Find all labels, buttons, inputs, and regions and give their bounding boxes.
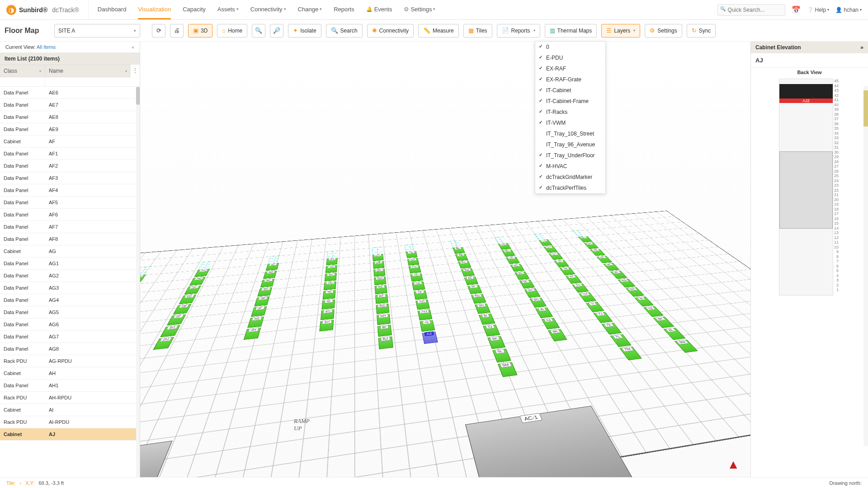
rack[interactable] xyxy=(326,258,337,265)
rack[interactable] xyxy=(407,258,420,266)
layer-item[interactable]: E-PDU xyxy=(535,52,605,63)
nav-tab-assets[interactable]: Assets xyxy=(217,0,239,19)
list-item[interactable]: Data PanelAE7 xyxy=(0,99,140,111)
rack[interactable] xyxy=(324,281,336,290)
help-button[interactable]: ❔ Help ▾ xyxy=(807,7,830,13)
zoom-in-button[interactable]: 🔍 xyxy=(252,24,265,38)
sync-button[interactable]: ↻Sync xyxy=(687,24,716,38)
elevation-slot[interactable] xyxy=(779,89,833,94)
home-button[interactable]: ⌂Home xyxy=(217,24,247,38)
rack[interactable] xyxy=(266,263,279,270)
rack[interactable] xyxy=(373,254,384,261)
nav-tab-visualization[interactable]: Visualization xyxy=(138,0,171,19)
list-item[interactable]: Data PanelAF7 xyxy=(0,221,140,233)
quick-search-input[interactable] xyxy=(717,4,785,16)
rack[interactable] xyxy=(321,299,335,310)
rack[interactable] xyxy=(409,265,421,273)
elevation-device[interactable] xyxy=(779,151,833,229)
list-item[interactable]: Data PanelAF6 xyxy=(0,209,140,221)
rack[interactable] xyxy=(263,270,277,278)
layer-item[interactable]: EX-RAF-Grate xyxy=(535,74,605,85)
rack[interactable] xyxy=(415,300,429,310)
rack[interactable] xyxy=(377,314,391,325)
measure-button[interactable]: 📏Measure xyxy=(418,24,459,38)
elevation-slot[interactable] xyxy=(779,84,833,89)
nav-tab-dashboard[interactable]: Dashboard xyxy=(98,0,127,19)
rack[interactable] xyxy=(373,261,384,268)
search-button[interactable]: 🔍Search xyxy=(326,24,363,38)
rack[interactable] xyxy=(257,287,272,296)
rack[interactable] xyxy=(406,251,418,258)
layer-item[interactable]: 0 xyxy=(535,42,605,52)
layer-item[interactable]: IT_Tray_UnderFloor xyxy=(535,150,605,161)
quick-search[interactable] xyxy=(717,4,785,16)
user-menu[interactable]: 👤 hchan ▾ xyxy=(835,7,862,13)
connectivity-button[interactable]: ✺Connectivity xyxy=(367,24,414,38)
refresh-button[interactable]: ⟳ xyxy=(152,24,165,38)
nav-tab-settings[interactable]: Settings xyxy=(404,0,435,19)
list-item[interactable]: Data PanelAF8 xyxy=(0,233,140,245)
list-item[interactable]: Data PanelAG7 xyxy=(0,331,140,343)
list-item[interactable]: Data PanelAF5 xyxy=(0,197,140,209)
layer-item[interactable]: dcTrackPerfTiles xyxy=(535,183,605,193)
layer-item[interactable]: IT_Tray_108_Street xyxy=(535,128,605,139)
rack[interactable] xyxy=(378,336,393,349)
list-item[interactable]: Data PanelAH1 xyxy=(0,380,140,392)
list-item[interactable]: Data PanelAF2 xyxy=(0,160,140,172)
list-item[interactable]: CabinetAF xyxy=(0,136,140,148)
rack[interactable] xyxy=(323,290,336,299)
list-item[interactable]: Rack PDUAH-RPDU xyxy=(0,392,140,404)
elevation-slot[interactable] xyxy=(779,94,833,99)
list-item[interactable]: Data PanelAG2 xyxy=(0,270,140,282)
layer-item[interactable]: IT-Cabinet-Frame xyxy=(535,96,605,107)
list-item[interactable]: CabinetAI xyxy=(0,404,140,416)
list-item[interactable]: Data PanelAE8 xyxy=(0,111,140,123)
list-item[interactable]: Data PanelAG8 xyxy=(0,343,140,355)
rack[interactable] xyxy=(325,273,337,282)
reports-button[interactable]: 📄Reports xyxy=(497,24,540,38)
layers-button[interactable]: ☰Layers xyxy=(601,24,640,38)
rack[interactable] xyxy=(260,278,275,287)
layer-item[interactable]: M-HVAC xyxy=(535,161,605,172)
nav-tab-reports[interactable]: Reports xyxy=(334,0,354,19)
calendar-icon[interactable]: 📅 xyxy=(792,5,801,14)
rack[interactable] xyxy=(377,324,392,337)
settings-button[interactable]: ⚙Settings xyxy=(645,24,682,38)
layer-item[interactable]: dcTrackGridMarker xyxy=(535,172,605,183)
list-item[interactable]: Rack PDUAI-RPDU xyxy=(0,416,140,428)
list-item[interactable]: CabinetAG xyxy=(0,245,140,258)
zoom-out-button[interactable]: 🔎 xyxy=(270,24,283,38)
rack[interactable] xyxy=(321,309,335,320)
list-item[interactable]: Data PanelAE9 xyxy=(0,123,140,136)
list-item[interactable]: Data PanelAF3 xyxy=(0,172,140,184)
layer-item[interactable]: IT-Racks xyxy=(535,107,605,117)
layer-item[interactable]: EX-RAF xyxy=(535,63,605,74)
list-item[interactable]: Data PanelAG5 xyxy=(0,306,140,319)
list-item[interactable]: CabinetAH xyxy=(0,367,140,380)
scrollbar[interactable] xyxy=(863,86,868,446)
rack[interactable] xyxy=(418,310,433,320)
column-menu-icon[interactable]: ⋮ xyxy=(131,65,140,77)
list-item[interactable]: Data PanelAF1 xyxy=(0,148,140,160)
list-item[interactable]: Data PanelAG1 xyxy=(0,258,140,270)
rack[interactable] xyxy=(376,304,390,314)
list-item[interactable]: Data PanelAG3 xyxy=(0,282,140,294)
rack[interactable] xyxy=(412,282,425,291)
list-item[interactable]: Data PanelAF4 xyxy=(0,184,140,197)
3d-button[interactable]: ▣3D xyxy=(188,24,212,38)
filter-class-input[interactable] xyxy=(0,77,45,86)
list-item[interactable]: Data PanelAG4 xyxy=(0,294,140,306)
nav-tab-capacity[interactable]: Capacity xyxy=(183,0,206,19)
rack[interactable] xyxy=(374,277,386,285)
expand-right-icon[interactable]: » xyxy=(860,44,863,51)
current-view-value[interactable]: All Items xyxy=(37,44,56,50)
scrollbar[interactable] xyxy=(136,87,140,477)
nav-tab-connectivity[interactable]: Connectivity xyxy=(250,0,286,19)
layer-item[interactable]: IT-Cabinet xyxy=(535,85,605,96)
list-item[interactable]: Data PanelAE6 xyxy=(0,87,140,99)
floor-canvas[interactable]: RAMPUP ▲ xyxy=(140,42,750,477)
thermal-button[interactable]: ▥Thermal Maps xyxy=(545,24,597,38)
collapse-left-icon[interactable]: « xyxy=(132,44,134,50)
list-item[interactable]: CabinetAJ xyxy=(0,428,140,441)
filter-name-input[interactable] xyxy=(45,77,140,86)
